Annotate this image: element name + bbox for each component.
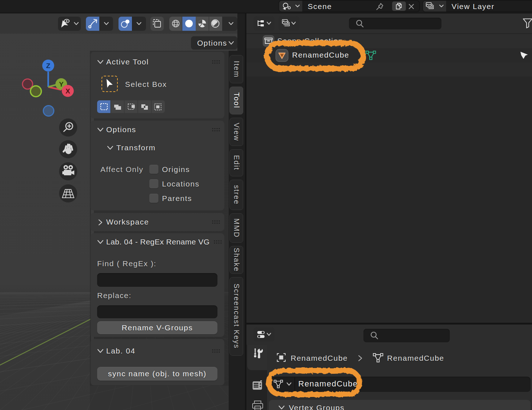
- svg-text:X: X: [66, 87, 70, 95]
- svg-text:Z: Z: [46, 62, 50, 70]
- svg-text:Y: Y: [59, 80, 64, 88]
